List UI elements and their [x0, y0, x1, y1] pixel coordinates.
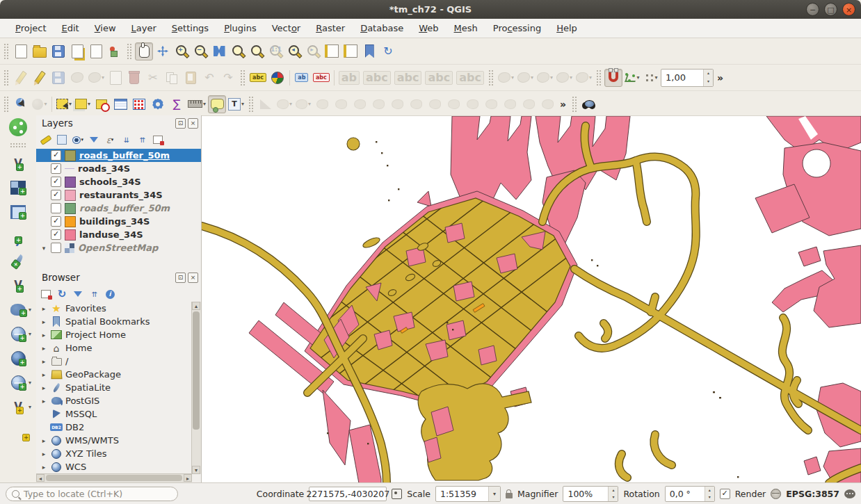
statistical-summary-button[interactable]: ∑	[168, 95, 186, 113]
menu-settings[interactable]: Settings	[165, 21, 216, 35]
zoom-to-selection-button[interactable]	[229, 42, 247, 60]
layer-row[interactable]: ▾OpenStreetMap	[36, 241, 201, 254]
select-features-button[interactable]: ▾	[55, 95, 73, 113]
expander-icon[interactable]: ▸	[40, 398, 47, 405]
chevron-down-icon[interactable]: ▾	[655, 74, 658, 81]
expander-icon[interactable]: ▸	[40, 318, 47, 325]
spin-down-icon[interactable]: ▾	[609, 494, 618, 501]
expander-icon[interactable]: ▸	[40, 437, 47, 444]
snapping-tolerance-spinbox[interactable]: 1,00▴▾	[661, 69, 714, 87]
manage-map-themes-button[interactable]: ▾	[72, 134, 83, 145]
chevron-down-icon[interactable]: ▾	[589, 74, 592, 81]
scroll-down-arrow[interactable]: ▾	[192, 466, 200, 474]
layer-labeling-options-button[interactable]: abc	[248, 69, 268, 87]
pan-to-selection-button[interactable]	[154, 42, 172, 60]
menu-view[interactable]: View	[88, 21, 123, 35]
layer-row[interactable]: ✓restaurants_34S	[36, 188, 201, 202]
chevron-down-icon[interactable]: ▾	[511, 74, 514, 81]
expander-icon[interactable]: ▸	[40, 371, 47, 378]
toolbar-handle[interactable]	[3, 70, 9, 86]
messages-icon[interactable]	[844, 489, 855, 498]
toolbar-handle[interactable]	[572, 96, 577, 113]
layer-name[interactable]: restaurants_34S	[79, 190, 163, 200]
open-project-button[interactable]	[31, 42, 49, 60]
new-geopackage-layer-button[interactable]: +	[8, 422, 29, 440]
spin-up-icon[interactable]: ▴	[704, 70, 713, 78]
browser-item-bookmark[interactable]: ▸Spatial Bookmarks	[36, 315, 192, 328]
expander-icon[interactable]: ▸	[40, 464, 47, 471]
chevron-down-icon[interactable]: ▾	[44, 101, 47, 107]
map-tips-button[interactable]	[208, 95, 226, 113]
collapse-all-browser-button[interactable]: ⇈	[88, 288, 99, 300]
highlight-pinned-labels-button[interactable]: abc	[312, 69, 331, 87]
browser-item-folder[interactable]: ▸/	[36, 355, 192, 368]
enable-snapping-button[interactable]	[604, 69, 622, 87]
toolbar-handle[interactable]	[596, 70, 602, 86]
browser-item-db2[interactable]: DB2DB2	[36, 421, 192, 434]
menu-plugins[interactable]: Plugins	[217, 21, 264, 35]
layer-checkbox[interactable]: ✓	[51, 163, 61, 174]
remove-layer-button[interactable]	[152, 134, 163, 145]
chevron-down-icon[interactable]: ▾	[88, 101, 90, 107]
show-spatial-bookmarks-button[interactable]	[341, 42, 360, 60]
refresh-browser-button[interactable]: ↻	[56, 288, 67, 300]
layer-diagram-options-button[interactable]	[268, 69, 287, 87]
processing-toolbox-button[interactable]	[149, 95, 167, 113]
chevron-down-icon[interactable]: ▾	[81, 137, 83, 143]
select-features-by-value-button[interactable]: ▾	[74, 95, 92, 113]
chevron-down-icon[interactable]: ▾	[308, 101, 311, 107]
show-bookmark-manager-button[interactable]	[360, 42, 378, 60]
layer-row[interactable]: ✓schools_34S	[36, 175, 201, 188]
layer-name[interactable]: landuse_34S	[79, 229, 143, 240]
browser-item-xyz-tiles[interactable]: ▸XYZ Tiles	[36, 447, 192, 460]
expand-all-button[interactable]: ⇊	[120, 134, 131, 145]
render-checkbox[interactable]: ✓	[720, 489, 730, 499]
menu-edit[interactable]: Edit	[55, 21, 86, 35]
toolbar-extension-button[interactable]: »	[557, 99, 569, 110]
layer-row[interactable]: roads_buffer_50m	[36, 202, 201, 215]
layer-name[interactable]: OpenStreetMap	[78, 243, 158, 253]
toolbar-handle[interactable]	[3, 43, 9, 60]
add-virtual-layer-button[interactable]: V+	[8, 276, 29, 294]
scrollbar-thumb[interactable]	[46, 475, 182, 481]
chevron-down-icon[interactable]: ▾	[289, 101, 292, 107]
browser-item-wms[interactable]: ▸WMS/WMTS	[36, 434, 192, 447]
refresh-map-button[interactable]: ↻	[379, 42, 397, 60]
scale-combobox[interactable]: 1:51359 ▾	[435, 486, 501, 502]
snapping-type-button[interactable]: ▾	[642, 69, 660, 87]
locate-search-input[interactable]: Type to locate (Ctrl+K)	[6, 487, 178, 501]
layers-panel-close-button[interactable]: ×	[188, 118, 198, 129]
add-delimited-text-layer-button[interactable]: ,+	[8, 227, 29, 245]
add-group-button[interactable]	[56, 134, 67, 145]
scroll-left-arrow[interactable]: ◂	[36, 474, 45, 482]
coordinate-input[interactable]: 2271575,-4030207	[309, 487, 387, 501]
add-postgis-layer-button[interactable]: +▾	[8, 300, 29, 318]
add-selected-layers-button[interactable]	[40, 288, 51, 300]
browser-item-wcs[interactable]: ▸WCS	[36, 460, 192, 473]
layer-name[interactable]: buildings_34S	[79, 216, 150, 227]
toolbar-extension-button[interactable]: »	[714, 72, 726, 83]
layer-name[interactable]: roads_buffer_50m	[79, 203, 170, 213]
menu-help[interactable]: Help	[549, 21, 584, 35]
toolbar-handle[interactable]	[127, 43, 132, 60]
browser-panel-close-button[interactable]: ×	[188, 273, 198, 283]
filter-legend-button[interactable]	[88, 134, 99, 145]
rotation-spinbox[interactable]: 0,0 ° ▴▾	[665, 486, 715, 502]
crs-status[interactable]: EPSG:3857	[786, 489, 839, 499]
zoom-in-button[interactable]: +	[172, 42, 191, 60]
title-bar[interactable]: *tm_ch72 - QGIS −□×	[0, 0, 861, 19]
browser-horizontal-scrollbar[interactable]: ◂ ▸	[36, 473, 192, 482]
field-calculator-button[interactable]	[130, 95, 148, 113]
layer-row[interactable]: ✓buildings_34S	[36, 215, 201, 228]
layers-panel-float-button[interactable]: ⊡	[175, 118, 186, 129]
new-project-button[interactable]	[12, 42, 30, 60]
chevron-down-icon[interactable]: ▾	[531, 74, 533, 81]
browser-panel-float-button[interactable]: ⊡	[175, 273, 186, 283]
expander-icon[interactable]: ▾	[40, 245, 47, 252]
browser-item-geopackage[interactable]: ▸GeoPackage	[36, 368, 192, 381]
chevron-down-icon[interactable]: ▾	[111, 137, 114, 143]
filter-legend-by-expression-button[interactable]: ε▾	[104, 134, 115, 145]
scroll-right-arrow[interactable]: ▸	[184, 474, 192, 482]
expander-icon[interactable]: ▸	[40, 450, 47, 457]
identify-features-button[interactable]	[12, 95, 30, 113]
